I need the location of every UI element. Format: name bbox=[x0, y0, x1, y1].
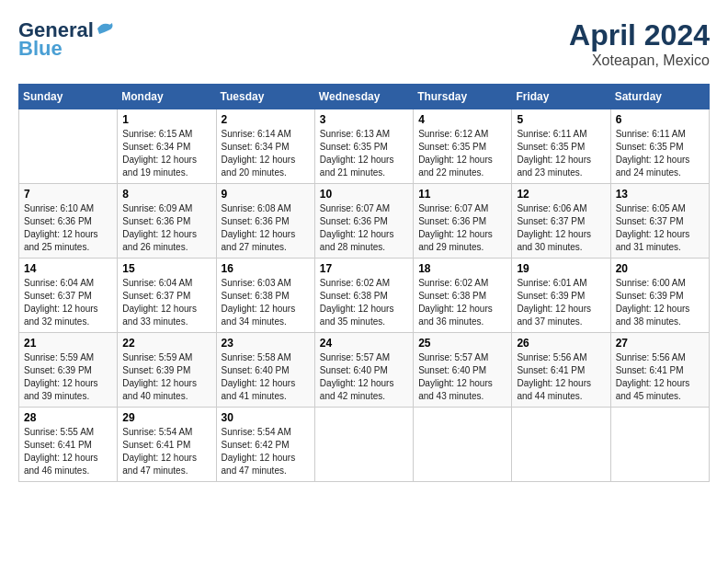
calendar-cell: 16Sunrise: 6:03 AM Sunset: 6:38 PM Dayli… bbox=[216, 259, 314, 333]
day-info: Sunrise: 6:04 AM Sunset: 6:37 PM Dayligh… bbox=[24, 277, 112, 328]
day-number: 19 bbox=[517, 262, 605, 275]
calendar-table: SundayMondayTuesdayWednesdayThursdayFrid… bbox=[18, 84, 710, 482]
calendar-cell bbox=[512, 408, 610, 482]
logo: General Blue bbox=[18, 18, 116, 61]
day-number: 14 bbox=[24, 262, 112, 275]
day-info: Sunrise: 5:56 AM Sunset: 6:41 PM Dayligh… bbox=[616, 351, 704, 403]
calendar-cell: 28Sunrise: 5:55 AM Sunset: 6:41 PM Dayli… bbox=[19, 408, 118, 482]
calendar-cell: 7Sunrise: 6:10 AM Sunset: 6:36 PM Daylig… bbox=[19, 184, 118, 259]
calendar-cell: 23Sunrise: 5:58 AM Sunset: 6:40 PM Dayli… bbox=[216, 333, 314, 408]
day-info: Sunrise: 6:15 AM Sunset: 6:34 PM Dayligh… bbox=[122, 128, 210, 179]
week-row-3: 14Sunrise: 6:04 AM Sunset: 6:37 PM Dayli… bbox=[19, 259, 710, 333]
day-info: Sunrise: 6:08 AM Sunset: 6:36 PM Dayligh… bbox=[222, 202, 310, 254]
day-info: Sunrise: 5:55 AM Sunset: 6:41 PM Dayligh… bbox=[24, 426, 112, 477]
day-info: Sunrise: 5:59 AM Sunset: 6:39 PM Dayligh… bbox=[122, 351, 210, 403]
calendar-cell: 6Sunrise: 6:11 AM Sunset: 6:35 PM Daylig… bbox=[610, 109, 709, 184]
day-header-friday: Friday bbox=[512, 85, 610, 109]
calendar-cell: 11Sunrise: 6:07 AM Sunset: 6:36 PM Dayli… bbox=[414, 184, 512, 259]
calendar-title: April 2024 bbox=[569, 18, 710, 52]
day-info: Sunrise: 5:57 AM Sunset: 6:40 PM Dayligh… bbox=[320, 351, 408, 403]
calendar-cell: 15Sunrise: 6:04 AM Sunset: 6:37 PM Dayli… bbox=[118, 259, 216, 333]
logo-bird-icon bbox=[96, 21, 116, 36]
day-header-wednesday: Wednesday bbox=[314, 85, 413, 109]
day-number: 26 bbox=[517, 337, 605, 350]
calendar-cell: 12Sunrise: 6:06 AM Sunset: 6:37 PM Dayli… bbox=[512, 184, 610, 259]
day-header-tuesday: Tuesday bbox=[216, 85, 314, 109]
day-number: 7 bbox=[24, 188, 112, 201]
day-number: 30 bbox=[222, 411, 310, 424]
day-info: Sunrise: 6:02 AM Sunset: 6:38 PM Dayligh… bbox=[418, 277, 506, 328]
calendar-cell bbox=[19, 109, 118, 184]
calendar-cell: 29Sunrise: 5:54 AM Sunset: 6:41 PM Dayli… bbox=[118, 408, 216, 482]
calendar-cell: 4Sunrise: 6:12 AM Sunset: 6:35 PM Daylig… bbox=[414, 109, 512, 184]
calendar-cell: 17Sunrise: 6:02 AM Sunset: 6:38 PM Dayli… bbox=[314, 259, 413, 333]
day-info: Sunrise: 6:10 AM Sunset: 6:36 PM Dayligh… bbox=[24, 202, 112, 254]
day-number: 29 bbox=[122, 411, 210, 424]
day-number: 20 bbox=[616, 262, 704, 275]
day-info: Sunrise: 6:14 AM Sunset: 6:34 PM Dayligh… bbox=[222, 128, 310, 179]
day-number: 22 bbox=[122, 337, 210, 350]
calendar-cell: 18Sunrise: 6:02 AM Sunset: 6:38 PM Dayli… bbox=[414, 259, 512, 333]
day-number: 28 bbox=[24, 411, 112, 424]
day-info: Sunrise: 5:54 AM Sunset: 6:41 PM Dayligh… bbox=[122, 426, 210, 477]
day-number: 15 bbox=[122, 262, 210, 275]
calendar-cell bbox=[314, 408, 413, 482]
calendar-cell bbox=[610, 408, 709, 482]
calendar-cell: 26Sunrise: 5:56 AM Sunset: 6:41 PM Dayli… bbox=[512, 333, 610, 408]
day-info: Sunrise: 6:01 AM Sunset: 6:39 PM Dayligh… bbox=[517, 277, 605, 328]
day-info: Sunrise: 6:13 AM Sunset: 6:35 PM Dayligh… bbox=[320, 128, 408, 179]
day-number: 18 bbox=[418, 262, 506, 275]
calendar-cell: 2Sunrise: 6:14 AM Sunset: 6:34 PM Daylig… bbox=[216, 109, 314, 184]
calendar-cell: 1Sunrise: 6:15 AM Sunset: 6:34 PM Daylig… bbox=[118, 109, 216, 184]
day-number: 4 bbox=[418, 113, 506, 126]
day-info: Sunrise: 6:04 AM Sunset: 6:37 PM Dayligh… bbox=[122, 277, 210, 328]
day-header-saturday: Saturday bbox=[610, 85, 709, 109]
day-number: 8 bbox=[122, 188, 210, 201]
title-block: April 2024 Xoteapan, Mexico bbox=[569, 18, 710, 69]
day-info: Sunrise: 6:09 AM Sunset: 6:36 PM Dayligh… bbox=[122, 202, 210, 254]
day-number: 16 bbox=[222, 262, 310, 275]
day-number: 17 bbox=[320, 262, 408, 275]
day-info: Sunrise: 5:56 AM Sunset: 6:41 PM Dayligh… bbox=[517, 351, 605, 403]
day-number: 2 bbox=[222, 113, 310, 126]
day-header-sunday: Sunday bbox=[19, 85, 118, 109]
calendar-cell: 8Sunrise: 6:09 AM Sunset: 6:36 PM Daylig… bbox=[118, 184, 216, 259]
day-number: 5 bbox=[517, 113, 605, 126]
week-row-1: 1Sunrise: 6:15 AM Sunset: 6:34 PM Daylig… bbox=[19, 109, 710, 184]
days-header-row: SundayMondayTuesdayWednesdayThursdayFrid… bbox=[19, 85, 710, 109]
day-number: 25 bbox=[418, 337, 506, 350]
calendar-cell: 30Sunrise: 5:54 AM Sunset: 6:42 PM Dayli… bbox=[216, 408, 314, 482]
day-info: Sunrise: 6:00 AM Sunset: 6:39 PM Dayligh… bbox=[616, 277, 704, 328]
week-row-2: 7Sunrise: 6:10 AM Sunset: 6:36 PM Daylig… bbox=[19, 184, 710, 259]
day-number: 1 bbox=[122, 113, 210, 126]
week-row-4: 21Sunrise: 5:59 AM Sunset: 6:39 PM Dayli… bbox=[19, 333, 710, 408]
day-info: Sunrise: 6:02 AM Sunset: 6:38 PM Dayligh… bbox=[320, 277, 408, 328]
calendar-cell: 22Sunrise: 5:59 AM Sunset: 6:39 PM Dayli… bbox=[118, 333, 216, 408]
day-info: Sunrise: 5:59 AM Sunset: 6:39 PM Dayligh… bbox=[24, 351, 112, 403]
day-info: Sunrise: 6:03 AM Sunset: 6:38 PM Dayligh… bbox=[222, 277, 310, 328]
day-info: Sunrise: 6:06 AM Sunset: 6:37 PM Dayligh… bbox=[517, 202, 605, 254]
day-info: Sunrise: 6:12 AM Sunset: 6:35 PM Dayligh… bbox=[418, 128, 506, 179]
calendar-cell: 20Sunrise: 6:00 AM Sunset: 6:39 PM Dayli… bbox=[610, 259, 709, 333]
calendar-cell: 5Sunrise: 6:11 AM Sunset: 6:35 PM Daylig… bbox=[512, 109, 610, 184]
calendar-subtitle: Xoteapan, Mexico bbox=[569, 52, 710, 69]
day-header-monday: Monday bbox=[118, 85, 216, 109]
day-number: 6 bbox=[616, 113, 704, 126]
calendar-cell: 3Sunrise: 6:13 AM Sunset: 6:35 PM Daylig… bbox=[314, 109, 413, 184]
calendar-cell: 9Sunrise: 6:08 AM Sunset: 6:36 PM Daylig… bbox=[216, 184, 314, 259]
day-number: 21 bbox=[24, 337, 112, 350]
day-info: Sunrise: 6:11 AM Sunset: 6:35 PM Dayligh… bbox=[517, 128, 605, 179]
calendar-cell: 25Sunrise: 5:57 AM Sunset: 6:40 PM Dayli… bbox=[414, 333, 512, 408]
day-number: 11 bbox=[418, 188, 506, 201]
calendar-cell: 27Sunrise: 5:56 AM Sunset: 6:41 PM Dayli… bbox=[610, 333, 709, 408]
calendar-cell: 10Sunrise: 6:07 AM Sunset: 6:36 PM Dayli… bbox=[314, 184, 413, 259]
day-info: Sunrise: 6:07 AM Sunset: 6:36 PM Dayligh… bbox=[418, 202, 506, 254]
week-row-5: 28Sunrise: 5:55 AM Sunset: 6:41 PM Dayli… bbox=[19, 408, 710, 482]
calendar-cell: 24Sunrise: 5:57 AM Sunset: 6:40 PM Dayli… bbox=[314, 333, 413, 408]
calendar-cell: 13Sunrise: 6:05 AM Sunset: 6:37 PM Dayli… bbox=[610, 184, 709, 259]
day-number: 10 bbox=[320, 188, 408, 201]
calendar-cell: 19Sunrise: 6:01 AM Sunset: 6:39 PM Dayli… bbox=[512, 259, 610, 333]
day-number: 23 bbox=[222, 337, 310, 350]
day-number: 13 bbox=[616, 188, 704, 201]
calendar-cell: 21Sunrise: 5:59 AM Sunset: 6:39 PM Dayli… bbox=[19, 333, 118, 408]
